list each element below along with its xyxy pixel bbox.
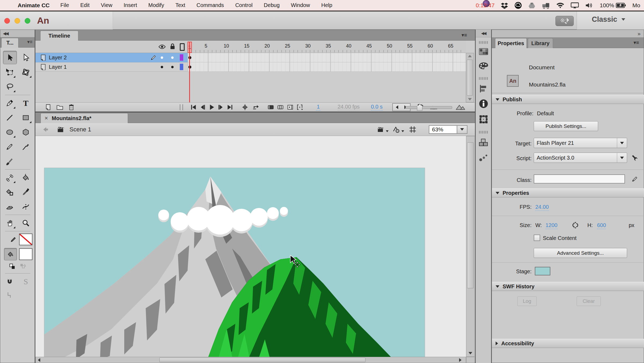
menu-item-modify[interactable]: Modify xyxy=(148,2,164,8)
fill-bucket-button[interactable] xyxy=(4,248,17,260)
properties-collapse-bar[interactable]: » xyxy=(492,30,644,38)
eye-icon[interactable] xyxy=(158,44,166,50)
stroke-color-swatch[interactable] xyxy=(19,233,32,245)
dock-info-button[interactable] xyxy=(476,99,491,108)
menu-item-window[interactable]: Window xyxy=(291,2,310,8)
hand-tool[interactable] xyxy=(3,217,16,229)
back-arrow-icon[interactable] xyxy=(42,126,49,133)
dock-swatches-button[interactable] xyxy=(476,48,491,55)
new-layer-icon[interactable] xyxy=(45,104,52,110)
section-header-publish[interactable]: Publish xyxy=(492,95,644,104)
document-tab-close-icon[interactable]: × xyxy=(45,115,48,122)
creative-cloud-icon[interactable] xyxy=(514,2,522,9)
link-broken-icon[interactable] xyxy=(571,221,579,229)
menu-item-help[interactable]: Help xyxy=(321,2,332,8)
edit-symbols-button[interactable] xyxy=(392,126,404,133)
pasteboard[interactable] xyxy=(35,136,466,357)
fill-color-control[interactable] xyxy=(3,248,32,260)
stage-vscroll-thumb[interactable] xyxy=(467,142,474,288)
onion-skin-icon[interactable] xyxy=(267,104,274,110)
default-colors-icon[interactable] xyxy=(20,263,27,270)
timeline-vscrollbar[interactable] xyxy=(466,53,474,102)
airplay-icon[interactable] xyxy=(571,2,579,9)
outline-icon[interactable] xyxy=(180,43,185,51)
stage-canvas[interactable] xyxy=(44,168,425,357)
elapsed-time-value[interactable]: 0.0 s xyxy=(371,104,382,111)
layer-lock-dot[interactable] xyxy=(171,66,174,68)
lock-icon[interactable] xyxy=(170,43,175,50)
dock-color-button[interactable] xyxy=(476,62,491,70)
dock-transform-button[interactable] xyxy=(476,115,491,124)
drive-icon[interactable] xyxy=(528,2,535,9)
layer-row[interactable]: Layer 1 xyxy=(35,62,188,72)
paint-brush-tool[interactable] xyxy=(3,155,16,168)
menu-item-file[interactable]: File xyxy=(60,2,69,8)
delete-layer-icon[interactable] xyxy=(68,104,75,110)
minimize-button[interactable] xyxy=(14,18,20,24)
center-stage-icon[interactable] xyxy=(409,126,416,133)
text-tool[interactable]: T xyxy=(19,97,32,110)
step-forward-icon[interactable] xyxy=(217,104,224,110)
target-dropdown[interactable]: Flash Player 21 xyxy=(534,138,627,148)
play-icon[interactable] xyxy=(208,104,215,110)
stage-vscrollbar[interactable] xyxy=(466,136,475,357)
timeline-zoom-in-icon[interactable] xyxy=(456,104,465,110)
stage-hscroll-thumb[interactable] xyxy=(159,358,365,362)
menu-item-view[interactable]: View xyxy=(101,2,112,8)
window-title-bar[interactable]: An Classic xyxy=(0,12,644,30)
layer-color-swatch[interactable] xyxy=(180,54,183,61)
stage-color-swatch[interactable] xyxy=(535,267,550,275)
eyedropper-tool[interactable] xyxy=(19,186,32,199)
pen-tool[interactable] xyxy=(3,97,16,110)
w-value[interactable]: 1200 xyxy=(546,222,558,229)
eraser-tool[interactable] xyxy=(3,200,16,213)
timeline-tab[interactable]: Timeline xyxy=(40,31,78,41)
menu-item-control[interactable]: Control xyxy=(235,2,253,8)
loop-icon[interactable] xyxy=(252,104,259,110)
section-header-accessibility[interactable]: Accessibility xyxy=(492,339,644,348)
tab-library[interactable]: Library xyxy=(528,38,553,48)
menu-item-insert[interactable]: Insert xyxy=(124,2,137,8)
frame-ruler-labels[interactable]: 5101520253035404550556065 xyxy=(188,43,464,50)
lasso-tool[interactable] xyxy=(3,80,16,93)
width-tool[interactable] xyxy=(19,200,32,213)
edit-scene-button[interactable] xyxy=(377,126,389,133)
fps-value[interactable]: 24.00 xyxy=(535,204,549,211)
zoom-combobox[interactable]: 63% xyxy=(429,125,467,134)
ink-bottle-tool[interactable] xyxy=(3,186,16,199)
h-value[interactable]: 600 xyxy=(597,222,606,229)
clear-button[interactable]: Clear xyxy=(577,296,601,306)
menu-item-commands[interactable]: Commands xyxy=(196,2,224,8)
3d-rotation-tool[interactable] xyxy=(19,66,32,79)
modify-markers-icon[interactable] xyxy=(296,104,303,110)
battery-status[interactable]: 100% xyxy=(600,2,626,9)
go-to-last-frame-icon[interactable] xyxy=(226,104,233,110)
script-dropdown[interactable]: ActionScript 3.0 xyxy=(534,153,627,163)
snap-to-objects-toggle[interactable] xyxy=(3,275,16,288)
line-tool[interactable] xyxy=(3,111,16,124)
brush-tool[interactable] xyxy=(19,140,32,153)
menu-item-text[interactable]: Text xyxy=(175,2,185,8)
layer-visibility-dot[interactable] xyxy=(161,56,163,59)
pencil-tool[interactable] xyxy=(3,140,16,153)
menu-item-debug[interactable]: Debug xyxy=(264,2,280,8)
center-frame-icon[interactable] xyxy=(241,104,248,110)
close-button[interactable] xyxy=(4,18,10,24)
layer-color-swatch[interactable] xyxy=(180,64,183,70)
dock-collapse-bar[interactable]: ◀◀ xyxy=(476,30,491,37)
frames-area[interactable] xyxy=(188,62,466,72)
workspace-selector[interactable]: Classic xyxy=(592,15,625,24)
layer-row-selected[interactable]: Layer 2 xyxy=(35,53,188,62)
tools-collapse-bar[interactable]: ◀◀ xyxy=(0,30,35,37)
rectangle-tool[interactable] xyxy=(19,111,32,124)
menu-item-edit[interactable]: Edit xyxy=(80,2,89,8)
frame-rate-value[interactable]: 24.00 fps xyxy=(338,104,360,110)
current-frame-value[interactable]: 1 xyxy=(316,104,320,111)
frames-area[interactable] xyxy=(188,53,466,62)
paint-bucket-tool[interactable] xyxy=(19,171,32,184)
bone-tool[interactable] xyxy=(3,171,16,184)
volume-icon[interactable] xyxy=(585,2,593,9)
zoom-dropdown-button[interactable] xyxy=(457,126,467,133)
onion-skin-outlines-icon[interactable] xyxy=(277,104,284,110)
tools-panel-tab[interactable]: T... xyxy=(1,38,19,48)
